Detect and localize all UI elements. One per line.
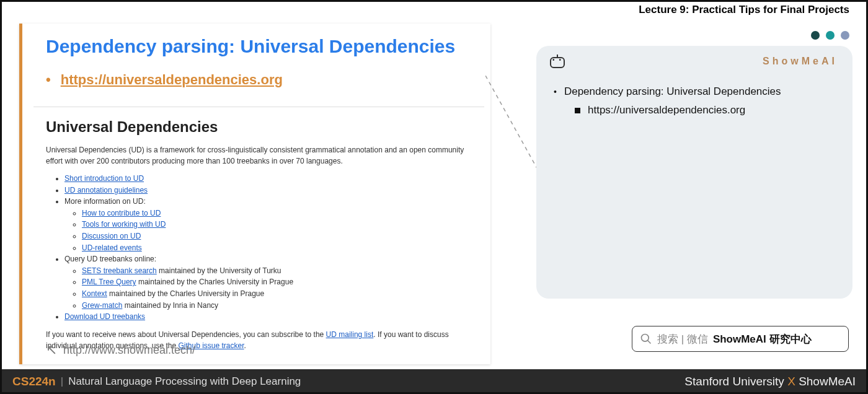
ud-heading: Universal Dependencies [46, 118, 472, 136]
events-link[interactable]: UD-related events [82, 243, 142, 252]
course-code: CS224n [12, 375, 56, 388]
notes-panel: ShowMeAI • Dependency parsing: Universal… [536, 46, 852, 299]
guidelines-link[interactable]: UD annotation guidelines [64, 186, 148, 195]
ud-intro: Universal Dependencies (UD) is a framewo… [46, 144, 472, 167]
notes-title: Dependency parsing: Universal Dependenci… [564, 85, 781, 98]
main-link[interactable]: https://universaldependencies.org [61, 72, 283, 88]
svg-point-1 [642, 335, 649, 342]
kontext-link[interactable]: Kontext [82, 289, 107, 298]
showmeai-brand: ShowMeAI [763, 56, 838, 67]
search-box[interactable]: 搜索 | 微信 ShowMeAI 研究中心 [632, 326, 849, 352]
slide-bullet-row: • https://universaldependencies.org [46, 72, 472, 88]
bullet-icon: • [46, 72, 51, 88]
notes-item: • Dependency parsing: Universal Dependen… [550, 85, 839, 98]
more-info-label: More information on UD: [64, 197, 146, 206]
sets-by: maintained by the University of Turku [157, 266, 281, 275]
contribute-link[interactable]: How to contribute to UD [82, 209, 161, 217]
search-icon [640, 333, 652, 345]
kontext-by: maintained by the Charles University in … [107, 289, 264, 298]
grew-link[interactable]: Grew-match [82, 301, 122, 310]
ud-list: Short introduction to UD UD annotation g… [46, 173, 472, 323]
pipe: | [61, 375, 63, 388]
lecture-title: Lecture 9: Practical Tips for Final Proj… [639, 4, 849, 15]
tools-link[interactable]: Tools for working with UD [82, 220, 166, 229]
discussion-link[interactable]: Discussion on UD [82, 232, 141, 240]
slide-panel: Dependency parsing: Universal Dependenci… [19, 24, 490, 364]
square-bullet-icon [575, 108, 580, 113]
sets-link[interactable]: SETS treebank search [82, 266, 157, 275]
svg-line-2 [648, 341, 651, 344]
pml-link[interactable]: PML Tree Query [82, 278, 136, 286]
short-intro-link[interactable]: Short introduction to UD [64, 174, 144, 183]
search-prefix: 搜索 | 微信 [657, 332, 708, 346]
pml-by: maintained by the Charles University in … [136, 278, 293, 286]
footer-bar: CS224n | Natural Language Processing wit… [0, 369, 868, 394]
notes-subitem: https://universaldependencies.org [575, 104, 839, 116]
lecture-header: Lecture 9: Practical Tips for Final Proj… [0, 0, 868, 20]
course-title: Natural Language Processing with Deep Le… [68, 375, 301, 388]
x-separator: X [787, 375, 795, 388]
robot-icon [550, 57, 565, 68]
footer-url: http://www.showmeai.tech/ [63, 344, 195, 357]
download-link[interactable]: Download UD treebanks [64, 312, 145, 321]
footer-right: Stanford University X ShowMeAI [684, 375, 856, 388]
query-label: Query UD treebanks online: [64, 255, 156, 263]
notes-link: https://universaldependencies.org [588, 104, 745, 116]
ud-section: Universal Dependencies Universal Depende… [33, 107, 484, 351]
slide-footer: ↖ http://www.showmeai.tech/ [46, 342, 195, 358]
notes-list: • Dependency parsing: Universal Dependen… [550, 85, 839, 116]
cursor-icon: ↖ [46, 342, 57, 358]
grew-by: maintained by Inria in Nancy [122, 301, 218, 310]
bullet-icon: • [554, 87, 557, 97]
slide-title: Dependency parsing: Universal Dependenci… [46, 36, 472, 57]
search-bold: ShowMeAI 研究中心 [713, 332, 812, 346]
mailing-list-link[interactable]: UD mailing list [326, 330, 374, 339]
